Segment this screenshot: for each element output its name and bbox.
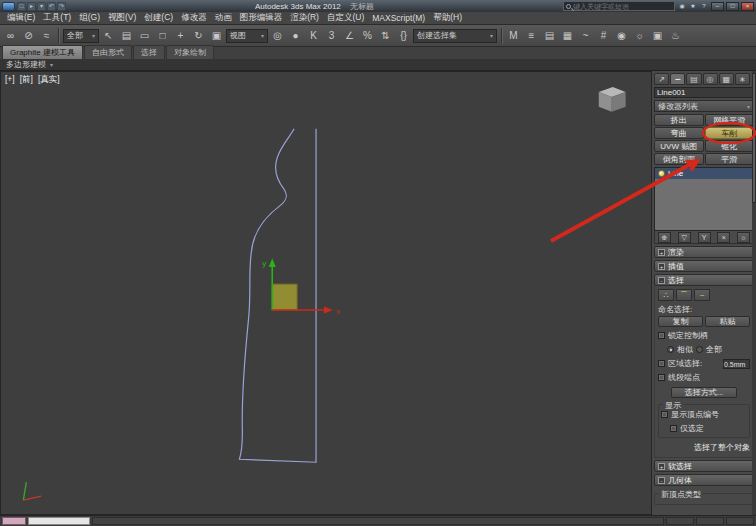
reference-coordinate-dropdown[interactable]: 视图 ▾ — [226, 29, 268, 43]
menu-item[interactable]: 编辑(E) — [3, 12, 39, 24]
menu-item[interactable]: 工具(T) — [39, 12, 75, 24]
ribbon-tab[interactable]: 选择 — [133, 45, 165, 59]
menu-item[interactable]: MAXScript(M) — [368, 13, 429, 23]
menu-item[interactable]: 图形编辑器 — [236, 12, 287, 24]
menu-item[interactable]: 自定义(U) — [323, 12, 368, 24]
rollout-geometry[interactable]: - 几何体 — [654, 474, 754, 486]
select-and-manipulate-icon[interactable]: ● — [287, 27, 304, 45]
menu-item[interactable]: 动画 — [211, 12, 236, 24]
create-tab-icon[interactable]: ↗ — [654, 73, 669, 85]
select-and-link-icon[interactable]: ∞ — [2, 27, 19, 45]
rollout-render[interactable]: + 渲染 — [654, 246, 754, 258]
favorites-star-icon[interactable]: ★ — [688, 2, 698, 11]
modifier-list-dropdown[interactable]: 修改器列表 ▾ — [654, 100, 754, 112]
segment-subobject-icon[interactable]: ⌒ — [676, 289, 692, 301]
window-crossing-icon[interactable]: □ — [154, 27, 171, 45]
viewport-general-menu[interactable]: [+] — [5, 74, 15, 86]
show-vertex-numbers-checkbox[interactable] — [661, 411, 668, 418]
modifier-button[interactable]: 平滑 — [705, 153, 755, 165]
viewport-view-menu[interactable]: [前] — [20, 74, 33, 86]
modifier-button[interactable]: 挤出 — [654, 114, 704, 126]
transform-gizmo[interactable]: x y — [262, 258, 340, 316]
search-input[interactable] — [573, 3, 672, 10]
modifier-button[interactable]: 锥化 — [705, 140, 755, 152]
close-button[interactable]: × — [741, 2, 754, 11]
select-and-move-icon[interactable]: + — [172, 27, 189, 45]
selected-only-checkbox[interactable] — [670, 425, 677, 432]
minimize-button[interactable]: – — [711, 2, 724, 11]
rollout-selection[interactable]: - 选择 — [654, 274, 754, 286]
select-and-rotate-icon[interactable]: ↻ — [190, 27, 207, 45]
rectangular-selection-region-icon[interactable]: ▭ — [136, 27, 153, 45]
gizmo-xy-plane-handle[interactable] — [272, 284, 297, 310]
similar-radio[interactable] — [667, 346, 674, 353]
modifier-button[interactable]: 网格平滑 — [705, 114, 755, 126]
curve-editor-icon[interactable]: ~ — [577, 27, 594, 45]
edit-named-selection-sets-icon[interactable]: {} — [395, 27, 412, 45]
viewport-shading-menu[interactable]: [真实] — [38, 74, 60, 86]
select-by-button[interactable]: 选择方式... — [671, 387, 737, 398]
select-object-icon[interactable]: ↖ — [100, 27, 117, 45]
modifier-stack-item[interactable]: Line — [655, 168, 753, 179]
render-setup-icon[interactable]: ☼ — [631, 27, 648, 45]
motion-tab-icon[interactable]: ◎ — [703, 73, 718, 85]
named-selection-sets-dropdown[interactable]: 创建选择集 ▾ — [413, 29, 497, 43]
maximize-button[interactable]: □ — [726, 2, 739, 11]
menu-item[interactable]: 组(G) — [75, 12, 104, 24]
new-scene-icon[interactable]: □ — [17, 2, 26, 11]
ribbon-tab[interactable]: Graphite 建模工具 — [2, 45, 83, 59]
display-tab-icon[interactable]: ▦ — [719, 73, 734, 85]
front-viewport[interactable]: [+] [前] [真实] x y — [0, 71, 652, 515]
all-radio[interactable] — [696, 346, 703, 353]
show-end-result-icon[interactable]: ▽ — [678, 232, 691, 243]
menu-item[interactable]: 渲染(R) — [286, 12, 323, 24]
area-selection-checkbox[interactable] — [658, 360, 665, 367]
spinner-snap-icon[interactable]: ⇅ — [377, 27, 394, 45]
object-name-field[interactable] — [654, 87, 756, 98]
pin-stack-icon[interactable]: ⊕ — [658, 232, 671, 243]
lock-handles-checkbox[interactable] — [658, 332, 665, 339]
menu-item[interactable]: 帮助(H) — [429, 12, 466, 24]
keyboard-shortcut-override-icon[interactable]: K — [305, 27, 322, 45]
polygon-modeling-panel-label[interactable]: 多边形建模 — [6, 59, 46, 70]
rollout-soft-selection[interactable]: + 软选择 — [654, 460, 754, 472]
menu-item[interactable]: 修改器 — [177, 12, 211, 24]
selection-filter-dropdown[interactable]: 全部 ▾ — [63, 29, 99, 43]
rendered-frame-window-icon[interactable]: ▣ — [649, 27, 666, 45]
material-editor-icon[interactable]: ◉ — [613, 27, 630, 45]
mirror-icon[interactable]: M — [505, 27, 522, 45]
ribbon-tab[interactable]: 对象绘制 — [166, 45, 214, 59]
utilities-tab-icon[interactable]: ∗ — [735, 73, 750, 85]
layer-manager-icon[interactable]: ▤ — [541, 27, 558, 45]
modifier-button[interactable]: 车削 — [705, 127, 755, 139]
help-icon[interactable]: ? — [699, 2, 709, 11]
make-unique-icon[interactable]: Y — [698, 232, 711, 243]
undo-icon[interactable]: ↶ — [47, 2, 56, 11]
snaps-toggle-3d-icon[interactable]: 3 — [323, 27, 340, 45]
select-by-name-icon[interactable]: ▤ — [118, 27, 135, 45]
lightbulb-icon[interactable] — [658, 170, 665, 177]
copy-button[interactable]: 复制 — [658, 316, 703, 327]
rollout-interpolation[interactable]: + 插值 — [654, 260, 754, 272]
modifier-button[interactable]: UVW 贴图 — [654, 140, 704, 152]
viewcube[interactable] — [599, 87, 626, 112]
viewport-canvas[interactable]: x y — [1, 72, 651, 514]
vertex-subobject-icon[interactable]: ∴ — [658, 289, 674, 301]
communication-center-icon[interactable]: ◉ — [677, 2, 687, 11]
graphite-ribbon-toggle-icon[interactable]: ▦ — [559, 27, 576, 45]
save-file-icon[interactable]: ▾ — [37, 2, 46, 11]
use-pivot-point-center-icon[interactable]: ◎ — [269, 27, 286, 45]
remove-modifier-icon[interactable]: × — [717, 232, 730, 243]
panel-scrollbar-thumb[interactable] — [752, 73, 756, 203]
render-production-icon[interactable]: ♨ — [667, 27, 684, 45]
menu-item[interactable]: 创建(C) — [140, 12, 177, 24]
modifier-button[interactable]: 倒角剖面 — [654, 153, 704, 165]
modify-tab-icon[interactable]: ∽ — [670, 73, 685, 85]
maxscript-macro-recorder[interactable] — [2, 517, 26, 525]
application-menu-button[interactable] — [2, 2, 15, 11]
bind-to-space-warp-icon[interactable]: ≈ — [38, 27, 55, 45]
align-icon[interactable]: ≡ — [523, 27, 540, 45]
open-file-icon[interactable]: ▸ — [27, 2, 36, 11]
redo-icon[interactable]: ↷ — [57, 2, 66, 11]
select-and-scale-icon[interactable]: ▣ — [208, 27, 225, 45]
